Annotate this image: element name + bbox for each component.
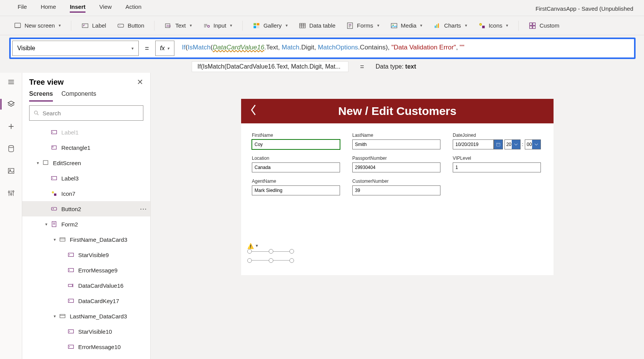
chevron-down-icon [532,140,540,149]
input-passport[interactable] [352,162,440,172]
search-input[interactable] [43,110,139,116]
input-custno[interactable] [352,185,440,195]
tree-node-Button2[interactable]: Button2··· [22,201,150,216]
resize-handle[interactable] [269,249,273,254]
insert-button-button[interactable]: Button [114,20,147,31]
insert-input-button[interactable]: Input ▾ [200,20,235,31]
tree-node-StarVisible9[interactable]: StarVisible9··· [22,247,150,262]
menu-view[interactable]: View [92,0,118,16]
insert-data-table-button[interactable]: Data table [296,20,338,31]
caret-icon[interactable]: ▾ [43,222,50,227]
tree-title: Tree view [29,78,64,87]
svg-point-4 [120,25,120,26]
tree-node-label: Form2 [61,221,78,228]
rail-insert[interactable] [4,120,18,133]
insert-custom-button[interactable]: Custom [526,20,562,31]
menu-insert[interactable]: Insert [63,0,92,16]
svg-rect-2 [82,24,88,28]
input-date[interactable] [453,139,494,149]
dropdown-hour[interactable]: 20 [504,139,521,149]
insert-charts-button[interactable]: Charts ▾ [430,20,470,31]
tree-node-StarVisible10[interactable]: StarVisible10··· [22,324,150,339]
rail-data[interactable] [4,142,18,156]
resize-handle[interactable] [289,249,294,254]
tab-components[interactable]: Components [61,90,96,102]
insert-text-button[interactable]: Abc Text ▾ [161,20,195,31]
chevron-down-icon: ▾ [190,23,192,28]
svg-point-10 [207,25,209,27]
more-icon[interactable]: ··· [140,206,147,212]
property-name: Visible [17,45,35,52]
button-icon [50,205,58,213]
insert-media-button[interactable]: Media ▾ [387,20,426,31]
insert-label-button[interactable]: Label [78,20,109,31]
svg-rect-72 [68,284,72,287]
tree-node-label: LastName_DataCard3 [70,313,127,320]
insert-icons-button[interactable]: Icons ▾ [475,20,512,31]
input-lastname[interactable] [352,139,440,149]
input-vip[interactable] [453,162,541,172]
input-location[interactable] [252,162,340,172]
field-passport: PassportNumber [352,156,440,172]
resize-handle[interactable] [289,258,294,263]
back-icon[interactable] [250,103,258,119]
tree-list[interactable]: Label1···Rectangle1···▾EditScreen···Labe… [22,125,150,359]
tree-node-Form2[interactable]: ▾Form2··· [22,216,150,232]
tree-view-panel: Tree view ✕ Screens Components Label1···… [22,73,151,359]
tree-node-ErrorMessage9[interactable]: ErrorMessage9··· [22,262,150,278]
chevron-down-icon[interactable]: ▾ [256,243,258,248]
tree-node-label: ErrorMessage9 [78,267,118,274]
chevron-down-icon: ▾ [377,23,380,28]
menu-action[interactable]: Action [118,0,148,16]
tree-node-Label1[interactable]: Label1··· [22,125,150,140]
input-firstname[interactable] [252,139,340,149]
tree-node-LastName_DataCard3[interactable]: ▾LastName_DataCard3··· [22,308,150,324]
date-main [453,139,503,149]
tree-node-ErrorMessage10[interactable]: ErrorMessage10··· [22,339,150,354]
rail-advanced[interactable] [4,186,18,200]
calendar-icon [496,142,501,147]
menu-file[interactable]: File [11,0,34,16]
tree-node-FirstName_DataCard3[interactable]: ▾FirstName_DataCard3··· [22,232,150,247]
caret-icon[interactable]: ▾ [51,314,58,319]
new-screen-label: New screen [25,22,55,29]
svg-point-54 [53,147,53,148]
tok-mopts: MatchOptions [318,44,358,51]
fx-button[interactable]: fx ▾ [155,41,174,56]
input-agent[interactable] [252,185,340,195]
resize-handle[interactable] [247,258,252,263]
close-icon[interactable]: ✕ [137,77,143,87]
tree-node-Label3[interactable]: Label3··· [22,170,150,186]
tree-node-DataCardKey17[interactable]: DataCardKey17··· [22,293,150,308]
rail-tree-view[interactable] [4,97,18,111]
menu-home[interactable]: Home [34,0,63,16]
app-title: FirstCanvasApp - Saved (Unpublished [536,5,633,16]
formula-input[interactable]: If(IsMatch(DataCardValue16.Text, Match.D… [178,41,632,56]
svg-rect-61 [51,207,57,210]
property-selector[interactable]: Visible ▾ [12,41,139,56]
insert-forms-button[interactable]: Forms ▾ [343,20,383,31]
tree-node-Icon7[interactable]: Icon7··· [22,186,150,201]
readout-equals: = [360,63,364,71]
forms-icon [346,22,354,30]
caret-icon[interactable]: ▾ [51,237,58,242]
tree-node-Rectangle1[interactable]: Rectangle1··· [22,140,150,155]
tab-screens[interactable]: Screens [29,90,53,102]
tree-node-DataCardValue16[interactable]: DataCardValue16··· [22,278,150,293]
rail-hamburger[interactable] [4,75,18,89]
insert-gallery-button[interactable]: Gallery ▾ [250,20,291,31]
resize-handle[interactable] [247,249,252,254]
image-icon [7,167,15,175]
search-input-wrapper[interactable] [29,105,143,121]
dropdown-minute[interactable]: 00 [525,139,541,149]
rail-media[interactable] [4,164,18,178]
resize-handle[interactable] [269,258,273,263]
tok: , [456,44,460,51]
caret-icon[interactable]: ▾ [34,161,41,166]
field-vip: VIPLevel [453,156,541,172]
canvas-area[interactable]: New / Edit Customers FirstName LastName … [151,73,644,359]
calendar-button[interactable] [494,139,503,149]
tree-node-EditScreen[interactable]: ▾EditScreen··· [22,155,150,170]
selection-handles[interactable]: ⚠️ ▾ [250,248,292,264]
new-screen-button[interactable]: New screen ▾ [11,20,64,31]
